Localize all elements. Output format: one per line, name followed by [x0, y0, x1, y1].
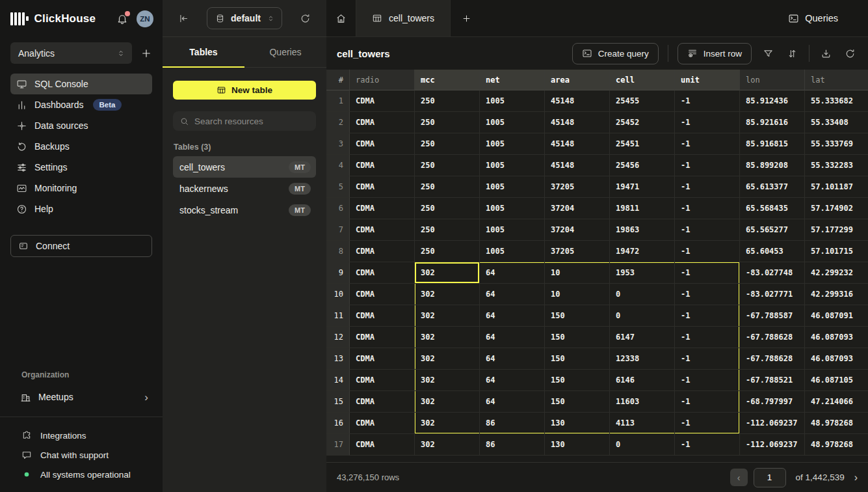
column-header-cell[interactable]: cell	[610, 70, 675, 90]
cell-net[interactable]: 86	[480, 434, 545, 456]
cell-unit[interactable]: -1	[675, 391, 740, 413]
cell-net[interactable]: 64	[480, 348, 545, 370]
column-header-unit[interactable]: unit	[675, 70, 740, 90]
cell-radio[interactable]: CDMA	[350, 241, 415, 262]
cell-radio[interactable]: CDMA	[350, 284, 415, 305]
cell-mcc[interactable]: 250	[415, 241, 480, 262]
cell-mcc[interactable]: 250	[415, 112, 480, 133]
cell-area[interactable]: 10	[545, 262, 610, 284]
row-number[interactable]: 7	[326, 219, 350, 241]
row-number[interactable]: 9	[326, 262, 350, 284]
sidebar-item-data-sources[interactable]: Data sources	[10, 115, 152, 136]
table-list-item-cell-towers[interactable]: cell_towersMT	[173, 156, 316, 178]
sidebar-item-backups[interactable]: Backups	[10, 136, 152, 157]
cell-cell[interactable]: 25452	[610, 112, 675, 133]
cell-cell[interactable]: 11603	[610, 391, 675, 413]
cell-mcc[interactable]: 250	[415, 90, 480, 112]
cell-lon[interactable]: 85.921616	[740, 112, 805, 133]
cell-area[interactable]: 130	[545, 434, 610, 456]
cell-unit[interactable]: -1	[675, 284, 740, 305]
cell-unit[interactable]: -1	[675, 262, 740, 284]
cell-net[interactable]: 1005	[480, 176, 545, 198]
cell-mcc[interactable]: 250	[415, 219, 480, 241]
row-number[interactable]: 2	[326, 112, 350, 133]
row-number[interactable]: 11	[326, 305, 350, 327]
column-header-lon[interactable]: lon	[740, 70, 805, 90]
cell-cell[interactable]: 12338	[610, 348, 675, 370]
explorer-tab-queries[interactable]: Queries	[244, 37, 326, 67]
cell-area[interactable]: 45148	[545, 155, 610, 176]
cell-lon[interactable]: -67.788587	[740, 305, 805, 327]
cell-lon[interactable]: -112.069237	[740, 434, 805, 456]
sort-button[interactable]	[785, 46, 800, 61]
cell-lon[interactable]: -112.069237	[740, 413, 805, 434]
cell-lon[interactable]: 65.568435	[740, 198, 805, 219]
cell-radio[interactable]: CDMA	[350, 434, 415, 456]
cell-cell[interactable]: 19863	[610, 219, 675, 241]
cell-unit[interactable]: -1	[675, 434, 740, 456]
cell-radio[interactable]: CDMA	[350, 305, 415, 327]
insert-row-button[interactable]: Insert row	[677, 43, 752, 64]
cell-cell[interactable]: 1953	[610, 262, 675, 284]
cell-lon[interactable]: 85.912436	[740, 90, 805, 112]
cell-mcc[interactable]: 302	[415, 434, 480, 456]
cell-area[interactable]: 37205	[545, 176, 610, 198]
row-number[interactable]: 12	[326, 327, 350, 348]
cell-lat[interactable]: 48.978268	[805, 434, 868, 456]
cell-cell[interactable]: 4113	[610, 413, 675, 434]
column-header-index[interactable]: #	[326, 70, 350, 90]
cell-radio[interactable]: CDMA	[350, 176, 415, 198]
cell-mcc[interactable]: 302	[415, 305, 480, 327]
cell-mcc[interactable]: 302	[415, 370, 480, 391]
row-number[interactable]: 13	[326, 348, 350, 370]
cell-radio[interactable]: CDMA	[350, 327, 415, 348]
cell-cell[interactable]: 0	[610, 434, 675, 456]
clickhouse-logo[interactable]: ClickHouse	[10, 12, 116, 25]
cell-area[interactable]: 45148	[545, 133, 610, 155]
cell-radio[interactable]: CDMA	[350, 133, 415, 155]
cell-net[interactable]: 1005	[480, 112, 545, 133]
column-header-area[interactable]: area	[545, 70, 610, 90]
cell-unit[interactable]: -1	[675, 112, 740, 133]
row-number[interactable]: 3	[326, 133, 350, 155]
cell-net[interactable]: 1005	[480, 198, 545, 219]
cell-mcc[interactable]: 302	[415, 284, 480, 305]
cell-lon[interactable]: -68.797997	[740, 391, 805, 413]
row-number[interactable]: 8	[326, 241, 350, 262]
cell-mcc[interactable]: 250	[415, 198, 480, 219]
cell-lon[interactable]: 65.613377	[740, 176, 805, 198]
cell-radio[interactable]: CDMA	[350, 155, 415, 176]
cell-lon[interactable]: -83.027771	[740, 284, 805, 305]
cell-lon[interactable]: 65.565277	[740, 219, 805, 241]
cell-radio[interactable]: CDMA	[350, 370, 415, 391]
cell-lat[interactable]: 42.299316	[805, 284, 868, 305]
new-tab-button[interactable]	[451, 0, 482, 36]
row-number[interactable]: 6	[326, 198, 350, 219]
cell-mcc[interactable]: 302	[415, 391, 480, 413]
cell-net[interactable]: 1005	[480, 90, 545, 112]
create-query-button[interactable]: Create query	[572, 43, 659, 64]
cell-area[interactable]: 150	[545, 370, 610, 391]
cell-cell[interactable]: 0	[610, 284, 675, 305]
cell-cell[interactable]: 25456	[610, 155, 675, 176]
cell-area[interactable]: 150	[545, 391, 610, 413]
cell-radio[interactable]: CDMA	[350, 112, 415, 133]
column-header-lat[interactable]: lat	[805, 70, 868, 90]
cell-cell[interactable]: 0	[610, 305, 675, 327]
column-header-radio[interactable]: radio	[350, 70, 415, 90]
page-input[interactable]	[754, 468, 786, 487]
table-list-item-hackernews[interactable]: hackernewsMT	[173, 178, 316, 199]
filter-button[interactable]	[761, 46, 776, 61]
cell-area[interactable]: 37204	[545, 198, 610, 219]
cell-lat[interactable]: 55.332283	[805, 155, 868, 176]
connect-button[interactable]: Connect	[10, 235, 152, 257]
cell-mcc[interactable]: 302	[415, 262, 480, 284]
refresh-button[interactable]	[843, 46, 858, 61]
cell-radio[interactable]: CDMA	[350, 413, 415, 434]
cell-lon[interactable]: 85.899208	[740, 155, 805, 176]
cell-cell[interactable]: 19811	[610, 198, 675, 219]
cell-area[interactable]: 150	[545, 348, 610, 370]
cell-lat[interactable]: 57.101187	[805, 176, 868, 198]
cell-cell[interactable]: 19472	[610, 241, 675, 262]
cell-mcc[interactable]: 250	[415, 155, 480, 176]
